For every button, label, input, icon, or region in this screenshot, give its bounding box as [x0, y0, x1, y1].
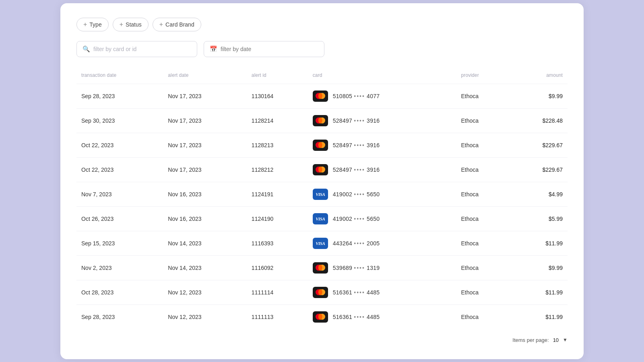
plus-icon-status: + — [120, 21, 123, 28]
col-header-alert-date: alert date — [163, 68, 247, 84]
filter-chip-card-brand-label: Card Brand — [165, 21, 194, 28]
cell-provider: Ethoca — [456, 182, 509, 206]
cell-amount: $4.99 — [510, 182, 568, 206]
cell-alert-date: Nov 14, 2023 — [163, 231, 247, 255]
cell-provider: Ethoca — [456, 157, 509, 182]
cell-alert-date: Nov 16, 2023 — [163, 206, 247, 231]
table-row: Sep 30, 2023Nov 17, 20231128214 528497 •… — [76, 108, 568, 133]
search-row: 🔍 📅 — [76, 41, 568, 57]
cell-amount: $5.99 — [510, 206, 568, 231]
cell-amount: $11.99 — [510, 280, 568, 304]
filter-chips-row: + Type + Status + Card Brand — [76, 18, 568, 31]
cell-card: 539689 •••• 1319 — [308, 255, 456, 280]
cell-amount: $9.99 — [510, 84, 568, 108]
cell-transaction-date: Oct 22, 2023 — [76, 157, 163, 182]
cell-alert-id: 1128213 — [247, 133, 308, 157]
calendar-icon: 📅 — [210, 45, 217, 53]
filter-chip-card-brand[interactable]: + Card Brand — [153, 18, 201, 31]
cell-alert-id: 1116393 — [247, 231, 308, 255]
cell-transaction-date: Sep 28, 2023 — [76, 304, 163, 329]
items-per-page-dropdown[interactable]: ▼ — [563, 337, 568, 343]
table-row: Sep 15, 2023Nov 14, 20231116393VISA44326… — [76, 231, 568, 255]
search-icon: 🔍 — [83, 45, 90, 53]
cell-transaction-date: Sep 28, 2023 — [76, 84, 163, 108]
pagination-footer: Items per page: 10 ▼ — [76, 337, 568, 343]
date-search-input[interactable] — [221, 46, 318, 52]
card-number: 528497 •••• 3916 — [333, 142, 380, 148]
cell-transaction-date: Oct 22, 2023 — [76, 133, 163, 157]
cell-transaction-date: Sep 15, 2023 — [76, 231, 163, 255]
cell-alert-date: Nov 12, 2023 — [163, 304, 247, 329]
cell-card: VISA419002 •••• 5650 — [308, 182, 456, 206]
cell-transaction-date: Nov 7, 2023 — [76, 182, 163, 206]
transactions-table: transaction date alert date alert id car… — [76, 68, 568, 329]
cell-alert-id: 1111114 — [247, 280, 308, 304]
cell-transaction-date: Nov 2, 2023 — [76, 255, 163, 280]
card-number: 528497 •••• 3916 — [333, 167, 380, 173]
filter-chip-type[interactable]: + Type — [76, 18, 109, 31]
mastercard-icon — [313, 287, 328, 298]
card-number: 539689 •••• 1319 — [333, 265, 380, 271]
col-header-provider: provider — [456, 68, 509, 84]
card-number: 419002 •••• 5650 — [333, 191, 380, 197]
card-number: 528497 •••• 3916 — [333, 117, 380, 124]
cell-alert-id: 1124191 — [247, 182, 308, 206]
mastercard-icon — [313, 311, 328, 323]
cell-provider: Ethoca — [456, 280, 509, 304]
cell-alert-date: Nov 16, 2023 — [163, 182, 247, 206]
cell-amount: $11.99 — [510, 304, 568, 329]
mastercard-icon — [313, 262, 328, 274]
col-header-card: card — [308, 68, 456, 84]
table-row: Sep 28, 2023Nov 12, 20231111113 516361 •… — [76, 304, 568, 329]
table-row: Nov 2, 2023Nov 14, 20231116092 539689 ••… — [76, 255, 568, 280]
cell-transaction-date: Oct 28, 2023 — [76, 280, 163, 304]
mastercard-icon — [313, 115, 328, 126]
cell-card: 528497 •••• 3916 — [308, 108, 456, 133]
table-header-row: transaction date alert date alert id car… — [76, 68, 568, 84]
card-search-wrap: 🔍 — [76, 41, 197, 57]
cell-alert-id: 1111113 — [247, 304, 308, 329]
mastercard-icon — [313, 164, 328, 175]
mastercard-icon — [313, 140, 328, 151]
mastercard-icon — [313, 90, 328, 102]
visa-icon: VISA — [313, 213, 328, 224]
card-number: 516361 •••• 4485 — [333, 314, 380, 320]
cell-amount: $11.99 — [510, 231, 568, 255]
cell-card: 510805 •••• 4077 — [308, 84, 456, 108]
cell-provider: Ethoca — [456, 231, 509, 255]
cell-alert-date: Nov 14, 2023 — [163, 255, 247, 280]
table-row: Oct 28, 2023Nov 12, 20231111114 516361 •… — [76, 280, 568, 304]
cell-provider: Ethoca — [456, 206, 509, 231]
cell-amount: $228.48 — [510, 108, 568, 133]
visa-icon: VISA — [313, 189, 328, 200]
card-number: 443264 •••• 2005 — [333, 240, 380, 247]
col-header-alert-id: alert id — [247, 68, 308, 84]
cell-card: 516361 •••• 4485 — [308, 304, 456, 329]
cell-amount: $229.67 — [510, 157, 568, 182]
cell-alert-date: Nov 17, 2023 — [163, 108, 247, 133]
cell-provider: Ethoca — [456, 304, 509, 329]
cell-amount: $9.99 — [510, 255, 568, 280]
cell-card: 528497 •••• 3916 — [308, 157, 456, 182]
cell-alert-id: 1124190 — [247, 206, 308, 231]
cell-transaction-date: Sep 30, 2023 — [76, 108, 163, 133]
date-search-wrap: 📅 — [204, 41, 324, 57]
cell-card: 528497 •••• 3916 — [308, 133, 456, 157]
cell-alert-date: Nov 12, 2023 — [163, 280, 247, 304]
cell-provider: Ethoca — [456, 133, 509, 157]
plus-icon-card-brand: + — [159, 21, 163, 28]
card-search-input[interactable] — [93, 46, 191, 52]
main-card: + Type + Status + Card Brand 🔍 📅 transac… — [60, 3, 584, 359]
cell-provider: Ethoca — [456, 255, 509, 280]
cell-transaction-date: Oct 26, 2023 — [76, 206, 163, 231]
items-per-page-label: Items per page: — [512, 337, 549, 343]
plus-icon-type: + — [83, 21, 87, 28]
cell-card: 516361 •••• 4485 — [308, 280, 456, 304]
cell-alert-date: Nov 17, 2023 — [163, 157, 247, 182]
filter-chip-type-label: Type — [89, 21, 101, 28]
table-row: Sep 28, 2023Nov 17, 20231130164 510805 •… — [76, 84, 568, 108]
cell-alert-date: Nov 17, 2023 — [163, 133, 247, 157]
card-number: 419002 •••• 5650 — [333, 216, 380, 222]
filter-chip-status[interactable]: + Status — [113, 18, 149, 31]
cell-card: VISA443264 •••• 2005 — [308, 231, 456, 255]
